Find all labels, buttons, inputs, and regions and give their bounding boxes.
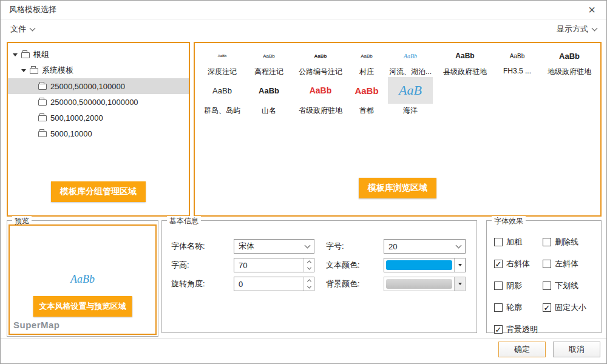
- chevron-down-icon: [592, 25, 598, 31]
- checkbox-fixed-size[interactable]: ✓: [543, 303, 551, 312]
- menu-display-mode-label: 显示方式: [557, 24, 588, 35]
- template-preview: AaBb: [249, 77, 288, 104]
- template-preview: AaBb: [353, 77, 381, 104]
- checkbox-label: 下划线: [555, 280, 578, 291]
- tree-item[interactable]: 5000,10000: [8, 126, 189, 141]
- template-item[interactable]: AaBb县级政府驻地: [436, 47, 493, 77]
- template-label: 高程注记: [246, 67, 292, 77]
- font-effects-group: 字体效果 加粗删除线✓右斜体左斜体阴影下划线轮廓✓固定大小✓背景透明: [486, 220, 602, 333]
- effect-underline[interactable]: 下划线: [543, 280, 601, 291]
- tree-item[interactable]: 500,1000,2000: [8, 110, 189, 126]
- menu-display-mode[interactable]: 显示方式: [557, 24, 597, 35]
- template-preview: AaBb: [292, 47, 349, 65]
- tree-item-label: 25000,50000,100000: [50, 82, 125, 91]
- template-preview: AaBb: [493, 47, 541, 65]
- tree-item[interactable]: 250000,500000,1000000: [8, 94, 189, 110]
- stepper-up-icon[interactable]: [304, 258, 314, 265]
- template-label: 深度注记: [198, 67, 246, 77]
- cancel-button[interactable]: 取消: [553, 342, 600, 357]
- preview-annotation-label: 文本风格设置与预览区域: [33, 296, 132, 317]
- checkbox-label: 轮廓: [506, 302, 522, 313]
- style-preview-sample: AaBb: [10, 273, 155, 286]
- template-item[interactable]: AaBb深度注记: [198, 47, 246, 77]
- rotation-stepper[interactable]: 0: [234, 277, 314, 291]
- template-preview: AaBb: [436, 47, 493, 65]
- template-item[interactable]: AaBb地级政府驻地: [541, 47, 598, 77]
- font-name-label: 字体名称:: [171, 241, 234, 252]
- group-tree: 根组系统模板25000,50000,100000250000,500000,10…: [8, 43, 189, 141]
- font-name-value: 宋体: [239, 241, 301, 252]
- folder-icon: [38, 115, 47, 121]
- checkbox-italic-left[interactable]: [543, 260, 551, 268]
- expand-arrow-icon[interactable]: [21, 69, 26, 72]
- checkbox-label: 加粗: [506, 237, 522, 248]
- checkbox-label: 阴影: [506, 280, 522, 291]
- close-icon[interactable]: ×: [586, 4, 598, 16]
- tree-item-label: 系统模板: [42, 65, 73, 76]
- template-item[interactable]: AaBb省级政府驻地: [292, 77, 349, 116]
- template-item[interactable]: AaBb河流、湖泊...: [384, 47, 436, 77]
- template-label: 首都: [349, 106, 384, 116]
- font-height-stepper[interactable]: 70: [234, 258, 314, 272]
- template-label: 群岛、岛屿: [198, 106, 246, 116]
- checkbox-label: 背景透明: [506, 324, 538, 335]
- ok-button[interactable]: 确定: [498, 342, 546, 357]
- stepper-buttons: [304, 258, 314, 272]
- text-color-swatch: [386, 260, 452, 270]
- effect-shadow[interactable]: 阴影: [494, 280, 543, 291]
- checkbox-underline[interactable]: [543, 281, 551, 290]
- checkbox-bold[interactable]: [494, 238, 503, 246]
- expand-arrow-icon[interactable]: [13, 53, 18, 56]
- titlebar: 风格模板选择 ×: [1, 1, 606, 19]
- template-item[interactable]: AaBb公路编号注记: [292, 47, 349, 77]
- stepper-down-icon[interactable]: [304, 265, 314, 272]
- stepper-up-icon[interactable]: [304, 277, 314, 284]
- chevron-down-icon: [458, 283, 462, 285]
- checkbox-italic-right[interactable]: ✓: [494, 260, 503, 268]
- color-dropdown-button[interactable]: [454, 277, 465, 291]
- template-item[interactable]: AaBbFH3.5 ...: [493, 47, 541, 77]
- effect-strikethrough[interactable]: 删除线: [543, 237, 601, 248]
- menu-file[interactable]: 文件: [10, 24, 35, 35]
- template-preview: AaBb: [202, 77, 242, 104]
- template-item[interactable]: AaBb群岛、岛屿: [198, 77, 246, 116]
- effect-fixed-size[interactable]: ✓固定大小: [543, 302, 601, 313]
- stepper-down-icon[interactable]: [304, 284, 314, 291]
- template-label: 地级政府驻地: [541, 67, 598, 77]
- effect-bold[interactable]: 加粗: [494, 237, 543, 248]
- checkbox-outline[interactable]: [494, 303, 503, 312]
- tree-item[interactable]: 系统模板: [8, 62, 189, 78]
- effect-transparent-bg[interactable]: ✓背景透明: [494, 324, 543, 335]
- template-item[interactable]: AaBb村庄: [349, 47, 384, 77]
- effect-outline[interactable]: 轮廓: [494, 302, 543, 313]
- menubar: 文件 显示方式: [1, 19, 606, 39]
- checkbox-label: 右斜体: [506, 258, 530, 269]
- tree-item-label: 500,1000,2000: [50, 113, 103, 123]
- template-item[interactable]: AaBb首都: [349, 77, 384, 116]
- template-item[interactable]: AaBb高程注记: [246, 47, 292, 77]
- tree-item[interactable]: 25000,50000,100000: [8, 78, 189, 94]
- template-preview: AaBb: [246, 47, 292, 65]
- effect-italic-left[interactable]: 左斜体: [543, 258, 601, 269]
- chevron-down-icon: [456, 242, 462, 248]
- basic-info-group: 基本信息 字体名称: 宋体 字号: 20 字高: 70 文本颜色:: [161, 220, 477, 333]
- rotation-label: 旋转角度:: [171, 278, 234, 289]
- checkbox-label: 固定大小: [555, 302, 586, 313]
- color-dropdown-button[interactable]: [454, 258, 465, 272]
- checkbox-shadow[interactable]: [494, 281, 503, 290]
- font-name-select[interactable]: 宋体: [234, 239, 314, 254]
- template-label: 村庄: [349, 67, 384, 77]
- template-item[interactable]: AaBb山名: [246, 77, 292, 116]
- text-color-picker[interactable]: [384, 258, 466, 272]
- font-size-value: 20: [388, 242, 452, 251]
- bg-color-picker[interactable]: [384, 277, 466, 291]
- folder-icon: [21, 52, 30, 58]
- checkbox-strikethrough[interactable]: [543, 238, 551, 246]
- gallery-row-1: AaBb深度注记AaBb高程注记AaBb公路编号注记AaBb村庄AaBb河流、湖…: [198, 47, 600, 77]
- template-item[interactable]: AaB海洋: [384, 77, 436, 116]
- checkbox-transparent-bg[interactable]: ✓: [494, 325, 503, 334]
- tree-item[interactable]: 根组: [8, 47, 189, 62]
- font-size-select[interactable]: 20: [384, 239, 466, 254]
- effect-italic-right[interactable]: ✓右斜体: [494, 258, 543, 269]
- font-effects-group-title: 字体效果: [492, 216, 526, 226]
